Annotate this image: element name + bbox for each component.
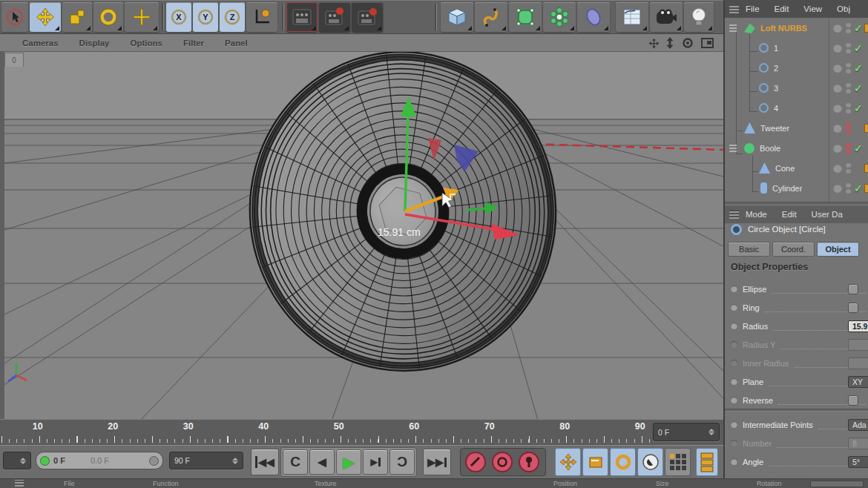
object-type-icon[interactable] bbox=[744, 122, 755, 133]
object-row[interactable]: Cone ✓ bbox=[725, 158, 868, 178]
object-type-icon[interactable] bbox=[759, 83, 769, 93]
object-row[interactable]: 3 ✓ bbox=[725, 78, 868, 98]
keyframe-dot-icon[interactable] bbox=[731, 440, 737, 446]
visibility-dots[interactable] bbox=[846, 23, 851, 33]
layer-dot[interactable] bbox=[833, 164, 842, 173]
key-rotation-toggle[interactable] bbox=[610, 448, 636, 476]
layer-dot[interactable] bbox=[833, 144, 842, 153]
key-position-toggle[interactable] bbox=[555, 448, 581, 476]
pan-view-icon[interactable] bbox=[646, 36, 661, 50]
keyframe-dot-icon[interactable] bbox=[731, 323, 737, 329]
lock-z-axis-icon[interactable]: Z bbox=[220, 2, 245, 32]
property-control[interactable] bbox=[848, 303, 858, 313]
viewport-tab[interactable]: 0 bbox=[4, 53, 24, 67]
lock-y-axis-icon[interactable]: Y bbox=[193, 2, 218, 32]
object-row[interactable]: 1 ✓ bbox=[725, 38, 868, 58]
visibility-dots[interactable] bbox=[846, 123, 851, 133]
attribute-tab[interactable]: Basic bbox=[728, 242, 770, 257]
tag-icon[interactable] bbox=[864, 184, 868, 193]
lock-x-axis-icon[interactable]: X bbox=[166, 2, 191, 32]
om-menu-edit[interactable]: Edit bbox=[775, 4, 789, 13]
visibility-dots[interactable] bbox=[846, 143, 851, 154]
range-start-knob[interactable] bbox=[40, 456, 50, 466]
object-row[interactable]: Cylinder ✓ bbox=[725, 178, 868, 198]
current-frame-field[interactable]: 0 F bbox=[653, 423, 720, 441]
next-frame-button[interactable]: ▶ bbox=[363, 449, 388, 475]
perspective-viewport[interactable]: 15.91 cm bbox=[0, 52, 723, 419]
coordinate-system-icon[interactable] bbox=[246, 2, 277, 32]
object-type-icon[interactable] bbox=[744, 143, 754, 154]
tag-icon[interactable] bbox=[864, 24, 868, 33]
tag-icon[interactable] bbox=[864, 124, 868, 133]
layer-dot[interactable] bbox=[833, 64, 842, 73]
materials-menu-file[interactable]: File bbox=[64, 480, 75, 487]
coords-field[interactable] bbox=[810, 481, 864, 487]
enabled-check-icon[interactable]: ✓ bbox=[854, 142, 863, 154]
object-row[interactable]: Boole ✓ bbox=[725, 138, 868, 158]
object-type-icon[interactable] bbox=[759, 63, 769, 73]
play-button[interactable]: ▶ bbox=[336, 449, 361, 475]
visibility-dots[interactable] bbox=[846, 43, 851, 53]
keyframe-dot-icon[interactable] bbox=[731, 458, 737, 465]
add-xpresso-icon[interactable] bbox=[616, 2, 648, 32]
property-control[interactable] bbox=[848, 357, 868, 369]
object-type-icon[interactable] bbox=[744, 22, 755, 33]
keyframe-dot-icon[interactable] bbox=[731, 286, 737, 292]
go-to-start-button[interactable]: ◀◀ bbox=[251, 449, 279, 475]
materials-menu-texture[interactable]: Texture bbox=[315, 480, 337, 487]
drag-handle-icon[interactable] bbox=[729, 144, 737, 152]
materials-menu-function[interactable]: Function bbox=[153, 480, 179, 487]
enabled-check-icon[interactable]: ✓ bbox=[854, 62, 863, 74]
object-name[interactable]: Loft NURBS bbox=[760, 24, 807, 33]
move-tool-icon[interactable] bbox=[30, 2, 61, 32]
layer-dot[interactable] bbox=[833, 124, 842, 133]
property-control[interactable] bbox=[848, 339, 868, 351]
last-tool-icon[interactable] bbox=[125, 2, 159, 32]
key-scale-toggle[interactable] bbox=[582, 448, 608, 476]
property-control[interactable]: Ada bbox=[848, 419, 868, 431]
layer-manager-button[interactable] bbox=[696, 448, 718, 476]
property-control[interactable] bbox=[848, 395, 858, 406]
range-end-knob[interactable] bbox=[149, 456, 159, 466]
spinner-icon[interactable] bbox=[20, 458, 26, 464]
keyframe-dot-icon[interactable] bbox=[731, 304, 737, 311]
enabled-check-icon[interactable]: ✓ bbox=[854, 82, 863, 94]
add-deformer-icon[interactable] bbox=[577, 2, 610, 32]
toggle-view-icon[interactable] bbox=[700, 36, 714, 50]
viewport-menu-item[interactable]: Display bbox=[79, 39, 110, 47]
add-cube-primitive-icon[interactable] bbox=[441, 2, 473, 32]
object-row[interactable]: 4 ✓ bbox=[725, 98, 868, 118]
key-parameter-toggle[interactable] bbox=[637, 448, 663, 476]
render-view-icon[interactable] bbox=[286, 2, 318, 32]
record-position-button[interactable] bbox=[491, 451, 514, 474]
object-name[interactable]: Tweeter bbox=[760, 124, 789, 133]
layer-dot[interactable] bbox=[833, 24, 842, 33]
keyframe-dot-icon[interactable] bbox=[731, 397, 737, 403]
layer-dot[interactable] bbox=[833, 84, 842, 93]
layer-dot[interactable] bbox=[833, 184, 842, 193]
layer-dot[interactable] bbox=[833, 104, 842, 113]
enabled-check-icon[interactable]: ✓ bbox=[854, 182, 863, 194]
property-control[interactable]: 8 bbox=[848, 438, 868, 449]
object-type-icon[interactable] bbox=[759, 103, 769, 113]
keyframe-dot-icon[interactable] bbox=[731, 378, 737, 385]
keyframe-dot-icon[interactable] bbox=[731, 421, 737, 428]
visibility-dots[interactable] bbox=[846, 163, 851, 174]
object-row[interactable]: 2 ✓ bbox=[725, 58, 868, 78]
go-to-end-button[interactable]: ▶▶ bbox=[423, 449, 451, 475]
layer-dot[interactable] bbox=[833, 44, 842, 53]
preview-range-slider[interactable]: 0 F 0.0 F bbox=[36, 452, 163, 469]
add-spline-icon[interactable] bbox=[475, 2, 507, 32]
om-menu-file[interactable]: File bbox=[746, 4, 760, 13]
render-active-objects-icon[interactable] bbox=[319, 2, 350, 32]
spinner-icon[interactable] bbox=[708, 429, 714, 435]
viewport-menu-item[interactable]: Filter bbox=[183, 39, 204, 47]
timeline-ruler[interactable]: 102030405060708090 0 F bbox=[0, 419, 723, 445]
viewport-menu-item[interactable]: Options bbox=[131, 39, 162, 47]
play-backward-button[interactable]: C bbox=[283, 449, 308, 475]
drag-handle-icon[interactable] bbox=[729, 24, 737, 32]
visibility-dots[interactable] bbox=[846, 63, 851, 73]
property-control[interactable] bbox=[848, 284, 858, 294]
object-name[interactable]: 3 bbox=[774, 84, 778, 93]
object-row[interactable]: Tweeter ✓ bbox=[725, 118, 868, 138]
